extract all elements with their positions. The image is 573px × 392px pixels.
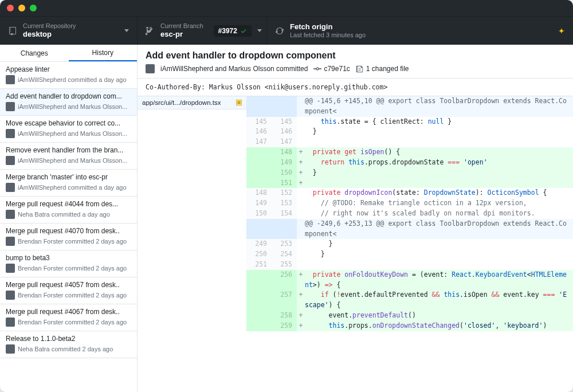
diff-row: 249253 } [246,239,573,249]
fetch-status: Last fetched 3 minutes ago [290,32,366,39]
commit-item-meta: iAmWillShepherd committed a day ago [18,76,127,83]
branch-dropdown[interactable]: Current Branch esc-pr #3972 [138,17,267,45]
check-icon [240,28,247,34]
commit-item-title: Appease linter [6,65,131,73]
diff-row: 148152 private dropdownIcon(state: Dropd… [246,188,573,198]
branch-icon [146,26,155,36]
co-author-line: Co-Authored-By: Markus Olsson <niik@user… [138,79,573,96]
repo-value: desktop [23,30,76,39]
sidebar: Changes History Appease linteriAmWillShe… [0,45,138,392]
tab-changes[interactable]: Changes [0,45,69,61]
commit-header: Add event handler to dropdown component … [138,45,573,79]
avatar [146,64,155,73]
close-window-icon[interactable] [7,5,14,11]
commit-item[interactable]: Merge pull request #4070 from desk..Bren… [0,224,137,250]
commit-item[interactable]: bump to beta3Brendan Forster committed 2… [0,250,137,277]
commit-item-title: Merge pull request #4057 from desk.. [6,281,131,289]
diff-row: 150154 // right now it's scaled badly on… [246,209,573,219]
avatar [6,237,15,246]
diff-row: 148+ private get isOpen() { [246,147,573,158]
commit-item-meta: Brendan Forster committed 2 days ago [18,319,127,326]
diff-row: 256+ private onFoldoutKeyDown = (event: … [246,270,573,291]
modified-badge-icon [236,100,242,105]
commit-item-title: bump to beta3 [6,254,131,262]
app-window: Current Repository desktop Current Branc… [0,0,573,392]
tab-history[interactable]: History [69,45,138,61]
branch-label: Current Branch [160,22,203,30]
commit-list[interactable]: Appease linteriAmWillShepherd committed … [0,62,137,392]
diff-row: 146146 } [246,127,573,137]
branch-value: esc-pr [160,30,203,39]
avatar [6,156,15,165]
minimize-window-icon[interactable] [18,5,25,11]
diff-row: 149+ return this.props.dropdownState ===… [246,158,573,168]
maximize-window-icon[interactable] [30,5,37,11]
commit-item[interactable]: Add event handler to dropdown com...iAmW… [0,89,137,116]
pr-number: #3972 [218,27,237,35]
commit-title: Add event handler to dropdown component [146,50,565,61]
commit-item-title: Merge branch 'master' into esc-pr [6,173,131,181]
commit-item[interactable]: Merge pull request #4057 from desk..Bren… [0,277,137,304]
avatar [6,317,15,327]
commit-item[interactable]: Release to 1.1.0-beta2Neha Batra committ… [0,331,137,358]
diff-row: 149153 // @TODO: Remake triangle octicon… [246,198,573,209]
diff-icon [356,65,364,73]
diff-row: 257+ if (!event.defaultPrevented && this… [246,290,573,311]
diff-row: @@ -249,6 +253,13 @@ export class Toolba… [246,219,573,240]
commit-sha[interactable]: c79e71c [324,65,350,73]
avatar [6,210,15,219]
commit-authors: iAmWillShepherd and Markus Olsson commit… [160,65,308,73]
commit-item-title: Add event handler to dropdown com... [6,92,131,100]
chevron-down-icon [124,29,129,32]
avatar [6,291,15,300]
diff-row: 151+ [246,178,573,189]
commit-item-title: Remove event handler from the bran... [6,146,131,154]
commit-item[interactable]: Appease linteriAmWillShepherd committed … [0,62,137,89]
repo-label: Current Repository [23,22,76,30]
commit-item-meta: iAmWillShepherd and Markus Olsson... [18,130,127,137]
diff-row: 145145 this.state = { clientRect: null } [246,117,573,127]
diff-row: @@ -145,6 +145,10 @@ export class Toolba… [246,96,573,117]
fetch-label: Fetch origin [290,22,366,32]
main-area: Changes History Appease linteriAmWillShe… [0,45,573,392]
file-item[interactable]: app/src/ui/t.../dropdown.tsx [138,96,246,109]
avatar [6,102,15,111]
commit-item-meta: iAmWillShepherd and Markus Olsson... [18,157,127,164]
diff-row: 258+ event.preventDefault() [246,311,573,321]
commit-item-meta: Brendan Forster committed 2 days ago [18,292,127,299]
toolbar: Current Repository desktop Current Branc… [0,16,573,45]
commit-item-title: Release to 1.1.0-beta2 [6,335,131,343]
diff-row: 250254 } [246,249,573,260]
commit-item-meta: iAmWillShepherd and Markus Olsson... [18,103,127,110]
chevron-down-icon [257,29,262,32]
commit-item[interactable]: Merge pull request #4044 from des...Neha… [0,197,137,224]
diff-row: 147147 [246,137,573,147]
sync-icon [275,26,284,36]
window-titlebar[interactable] [0,0,573,16]
diff-row: 150+ } [246,168,573,178]
fetch-button[interactable]: Fetch origin Last fetched 3 minutes ago [267,17,374,45]
avatar [6,129,15,138]
commit-item[interactable]: Remove event handler from the bran...iAm… [0,143,137,170]
commit-item-meta: Neha Batra committed a day ago [18,211,110,218]
diff-view[interactable]: @@ -145,6 +145,10 @@ export class Toolba… [246,96,573,392]
file-diff-area: app/src/ui/t.../dropdown.tsx @@ -145,6 +… [138,96,573,392]
pr-badge[interactable]: #3972 [214,25,252,37]
diff-row: 259+ this.props.onDropdownStateChanged('… [246,321,573,331]
commit-item-title: Merge pull request #4044 from des... [6,200,131,208]
avatar [6,344,15,354]
avatar [6,75,15,84]
diff-row: 251255 [246,260,573,270]
avatar [6,183,15,192]
repo-dropdown[interactable]: Current Repository desktop [0,17,138,45]
commit-icon [313,65,321,73]
commit-item[interactable]: Merge branch 'master' into esc-priAmWill… [0,170,137,197]
commit-item-title: Merge pull request #4067 from desk.. [6,308,131,316]
avatar [6,264,15,273]
commit-item[interactable]: Merge pull request #4067 from desk..Bren… [0,304,137,331]
commit-item[interactable]: Move escape behavior to correct co...iAm… [0,116,137,143]
sparkle-icon[interactable]: ✦ [558,26,565,36]
commit-item-meta: Neha Batra committed 2 days ago [18,346,113,352]
sidebar-tabs: Changes History [0,45,137,62]
file-path: app/src/ui/t.../dropdown.tsx [142,99,221,106]
